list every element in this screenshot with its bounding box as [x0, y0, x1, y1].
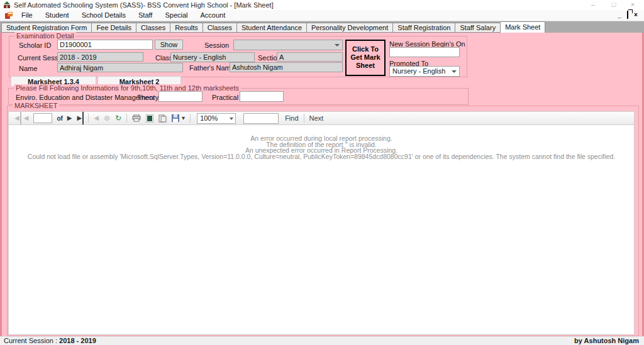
menu-bar: File Student School Details Staff Specia… [0, 10, 644, 21]
toolbar-separator [88, 114, 89, 123]
tab-classes-2[interactable]: Classes [203, 23, 237, 33]
father-name-input [230, 62, 343, 72]
next-button[interactable]: Next [307, 114, 326, 122]
tab-results[interactable]: Results [170, 23, 203, 33]
practical-label: Practical [212, 94, 238, 101]
window-title: Self Automated Schooling System (SASS)- … [14, 0, 274, 10]
fill-info-label: Please Fill Following Informations for 9… [14, 84, 241, 92]
tab-strip: Student Registration Form Fee Details Cl… [0, 21, 644, 33]
print-icon[interactable] [130, 114, 143, 122]
report-content-area: An error occurred during local report pr… [8, 125, 635, 335]
find-input[interactable] [243, 113, 279, 124]
promoted-to-select[interactable]: Nursery - English [389, 66, 460, 77]
toolbar-separator [126, 114, 127, 123]
menu-special[interactable]: Special [158, 10, 194, 21]
theory-label: Theory [137, 94, 158, 101]
get-marksheet-button[interactable]: Click To Get Mark Sheet [345, 40, 386, 76]
theory-input[interactable] [158, 91, 203, 102]
toolbar-separator [190, 114, 191, 123]
chevron-down-icon [230, 118, 233, 120]
error-line: Could not load file or assembly 'Microso… [9, 154, 634, 160]
mdi-child-icon [5, 12, 13, 19]
tab-mark-sheet[interactable]: Mark Sheet [501, 21, 545, 33]
maximize-button[interactable]: □ [606, 0, 622, 10]
prev-page-icon[interactable]: ◀ [21, 112, 31, 124]
tab-fee-details[interactable]: Fee Details [92, 23, 136, 33]
tab-student-attendance[interactable]: Student Attendance [237, 23, 307, 33]
session-label: Session [204, 41, 229, 49]
status-bar: Current Session : 2018 - 2019 by Ashutos… [0, 336, 644, 345]
menu-account[interactable]: Account [194, 10, 232, 21]
child-restore-button[interactable] [624, 11, 631, 19]
application-window: Self Automated Schooling System (SASS)- … [0, 0, 644, 345]
new-session-input[interactable] [389, 47, 460, 57]
stop-icon[interactable]: ⊗ [101, 112, 113, 124]
print-layout-icon[interactable] [143, 114, 156, 123]
back-icon[interactable]: ◀ [91, 112, 101, 124]
show-button[interactable]: Show [155, 40, 183, 50]
mark-sheet-page: Examination Detail Scholar ID Show Sessi… [0, 33, 644, 336]
restore-icon [627, 11, 628, 19]
current-session-status: Current Session : 2018 - 2019 [4, 337, 96, 345]
marksheet-group-label: MARKSHEET [13, 102, 59, 109]
tab-personality-development[interactable]: Personality Development [307, 23, 393, 33]
child-minimize-button[interactable]: _ [616, 11, 623, 19]
menu-staff[interactable]: Staff [132, 10, 158, 21]
chevron-down-icon [335, 44, 340, 47]
section-input [277, 52, 343, 62]
toolbar-separator [304, 114, 304, 123]
report-toolbar: ◀ ◀ of ▶ ▶ ◀ ⊗ ↻ ▾ [8, 111, 635, 125]
page-setup-icon[interactable] [156, 114, 169, 123]
class-input [170, 52, 255, 62]
scholar-id-input[interactable] [57, 40, 153, 50]
session-select[interactable] [233, 40, 343, 50]
student-name-input [57, 63, 183, 72]
tab-staff-registration[interactable]: Staff Registration [393, 23, 455, 33]
export-dropdown-icon[interactable]: ▾ [182, 112, 187, 124]
status-label: Current Session : [4, 337, 57, 344]
app-icon [3, 1, 11, 9]
export-icon[interactable] [169, 114, 182, 122]
child-close-button[interactable]: × [632, 11, 640, 19]
examination-detail-label: Examination Detail [14, 32, 76, 40]
next-page-icon[interactable]: ▶ [65, 112, 75, 124]
tab-student-registration-form[interactable]: Student Registration Form [1, 23, 92, 33]
of-label: of [55, 115, 64, 122]
zoom-value: 100% [200, 114, 218, 122]
practical-input[interactable] [240, 91, 284, 102]
refresh-icon[interactable]: ↻ [113, 112, 124, 124]
page-number-input[interactable] [33, 113, 52, 123]
menu-items: File Student School Details Staff Specia… [15, 10, 231, 21]
find-button[interactable]: Find [282, 114, 301, 122]
current-session-input [57, 52, 143, 62]
scholar-id-label: Scholar ID [19, 41, 51, 49]
first-page-icon[interactable]: ◀ [12, 112, 21, 124]
promoted-to-value: Nursery - English [392, 67, 445, 75]
tab-staff-salary[interactable]: Staff Salary [455, 23, 501, 33]
menu-school-details[interactable]: School Details [75, 10, 132, 21]
close-button[interactable]: × [625, 0, 641, 10]
enviro-subject-label: Enviro. Education and Distaster Manageme… [16, 94, 155, 101]
minimize-button[interactable]: – [585, 0, 601, 10]
zoom-select[interactable]: 100% [197, 113, 236, 124]
report-error-messages: An error occurred during local report pr… [9, 136, 634, 160]
father-name-label: Father's Name [189, 64, 235, 72]
name-label: Name [19, 65, 37, 72]
tab-classes-1[interactable]: Classes [136, 23, 170, 33]
title-bar: Self Automated Schooling System (SASS)- … [0, 0, 644, 10]
status-value: 2018 - 2019 [59, 337, 96, 344]
author-label: by Ashutosh Nigam [574, 337, 639, 345]
menu-file[interactable]: File [15, 10, 39, 21]
chevron-down-icon [452, 70, 457, 73]
last-page-icon[interactable]: ▶ [75, 112, 84, 124]
menu-student[interactable]: Student [39, 10, 75, 21]
